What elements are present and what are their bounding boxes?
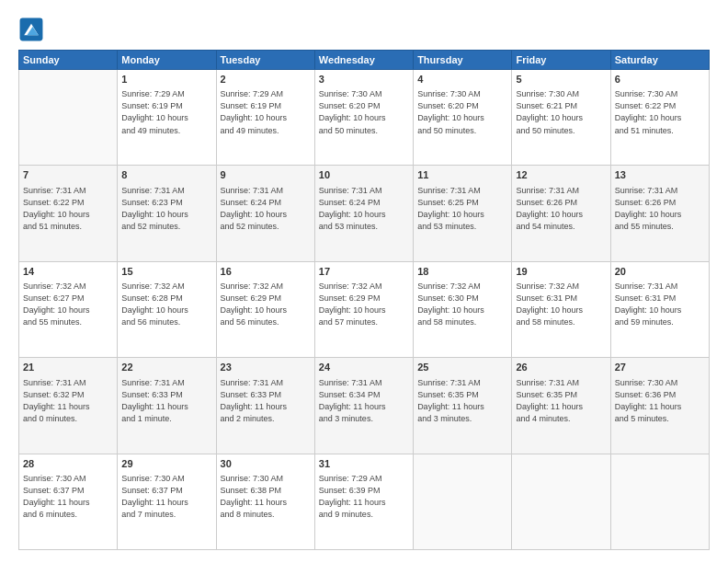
day-info: Sunrise: 7:29 AM Sunset: 6:19 PM Dayligh… xyxy=(221,88,311,136)
logo xyxy=(18,17,48,42)
day-info: Sunrise: 7:31 AM Sunset: 6:26 PM Dayligh… xyxy=(516,185,606,233)
day-number: 29 xyxy=(121,457,211,471)
day-info: Sunrise: 7:31 AM Sunset: 6:26 PM Dayligh… xyxy=(615,185,705,233)
calendar-week-row: 14Sunrise: 7:32 AM Sunset: 6:27 PM Dayli… xyxy=(19,261,710,357)
day-number: 4 xyxy=(417,73,507,86)
day-info: Sunrise: 7:31 AM Sunset: 6:32 PM Dayligh… xyxy=(23,377,113,425)
day-number: 18 xyxy=(417,265,507,279)
day-info: Sunrise: 7:31 AM Sunset: 6:23 PM Dayligh… xyxy=(121,185,211,233)
day-info: Sunrise: 7:30 AM Sunset: 6:37 PM Dayligh… xyxy=(121,473,211,521)
col-header-saturday: Saturday xyxy=(610,51,709,70)
day-number: 21 xyxy=(23,361,113,374)
day-info: Sunrise: 7:31 AM Sunset: 6:24 PM Dayligh… xyxy=(319,185,409,233)
col-header-wednesday: Wednesday xyxy=(314,51,413,70)
day-info: Sunrise: 7:31 AM Sunset: 6:25 PM Dayligh… xyxy=(417,185,507,233)
day-number: 6 xyxy=(615,73,705,86)
header xyxy=(18,17,710,42)
calendar-header-row: SundayMondayTuesdayWednesdayThursdayFrid… xyxy=(19,51,710,70)
calendar-cell: 5Sunrise: 7:30 AM Sunset: 6:21 PM Daylig… xyxy=(512,70,610,166)
day-info: Sunrise: 7:31 AM Sunset: 6:24 PM Dayligh… xyxy=(221,185,311,233)
day-info: Sunrise: 7:30 AM Sunset: 6:22 PM Dayligh… xyxy=(615,88,705,136)
day-number: 14 xyxy=(23,265,113,279)
calendar-cell: 17Sunrise: 7:32 AM Sunset: 6:29 PM Dayli… xyxy=(314,261,413,357)
col-header-monday: Monday xyxy=(118,51,216,70)
calendar-week-row: 28Sunrise: 7:30 AM Sunset: 6:37 PM Dayli… xyxy=(19,454,710,549)
calendar-cell: 2Sunrise: 7:29 AM Sunset: 6:19 PM Daylig… xyxy=(216,70,314,166)
day-number: 13 xyxy=(615,168,705,182)
day-number: 10 xyxy=(319,168,409,182)
calendar-cell: 10Sunrise: 7:31 AM Sunset: 6:24 PM Dayli… xyxy=(314,166,413,261)
day-number: 15 xyxy=(121,265,211,279)
calendar-cell: 6Sunrise: 7:30 AM Sunset: 6:22 PM Daylig… xyxy=(610,70,709,166)
calendar-week-row: 7Sunrise: 7:31 AM Sunset: 6:22 PM Daylig… xyxy=(19,166,710,261)
day-number: 16 xyxy=(221,265,311,279)
day-info: Sunrise: 7:32 AM Sunset: 6:28 PM Dayligh… xyxy=(121,281,211,328)
logo-icon xyxy=(18,17,44,42)
calendar-cell: 12Sunrise: 7:31 AM Sunset: 6:26 PM Dayli… xyxy=(512,166,610,261)
day-number: 26 xyxy=(516,361,606,374)
day-info: Sunrise: 7:30 AM Sunset: 6:37 PM Dayligh… xyxy=(23,473,113,521)
calendar-cell: 30Sunrise: 7:30 AM Sunset: 6:38 PM Dayli… xyxy=(216,454,314,549)
day-info: Sunrise: 7:32 AM Sunset: 6:29 PM Dayligh… xyxy=(221,281,311,328)
day-number: 30 xyxy=(221,457,311,471)
day-info: Sunrise: 7:29 AM Sunset: 6:19 PM Dayligh… xyxy=(121,88,211,136)
col-header-friday: Friday xyxy=(512,51,610,70)
calendar-cell: 28Sunrise: 7:30 AM Sunset: 6:37 PM Dayli… xyxy=(19,454,118,549)
calendar-cell: 18Sunrise: 7:32 AM Sunset: 6:30 PM Dayli… xyxy=(414,261,512,357)
calendar-cell: 9Sunrise: 7:31 AM Sunset: 6:24 PM Daylig… xyxy=(216,166,314,261)
day-number: 7 xyxy=(23,168,113,182)
calendar-cell: 20Sunrise: 7:31 AM Sunset: 6:31 PM Dayli… xyxy=(610,261,709,357)
calendar-cell: 19Sunrise: 7:32 AM Sunset: 6:31 PM Dayli… xyxy=(512,261,610,357)
calendar-cell: 25Sunrise: 7:31 AM Sunset: 6:35 PM Dayli… xyxy=(414,358,512,454)
day-number: 8 xyxy=(121,168,211,182)
day-info: Sunrise: 7:30 AM Sunset: 6:21 PM Dayligh… xyxy=(516,88,606,136)
calendar-cell: 4Sunrise: 7:30 AM Sunset: 6:20 PM Daylig… xyxy=(414,70,512,166)
calendar-cell: 13Sunrise: 7:31 AM Sunset: 6:26 PM Dayli… xyxy=(610,166,709,261)
day-info: Sunrise: 7:31 AM Sunset: 6:33 PM Dayligh… xyxy=(121,377,211,425)
day-info: Sunrise: 7:31 AM Sunset: 6:35 PM Dayligh… xyxy=(516,377,606,425)
calendar-cell xyxy=(610,454,709,549)
calendar-cell: 16Sunrise: 7:32 AM Sunset: 6:29 PM Dayli… xyxy=(216,261,314,357)
calendar-cell: 14Sunrise: 7:32 AM Sunset: 6:27 PM Dayli… xyxy=(19,261,118,357)
day-number: 19 xyxy=(516,265,606,279)
day-info: Sunrise: 7:32 AM Sunset: 6:30 PM Dayligh… xyxy=(417,281,507,328)
day-number: 31 xyxy=(319,457,409,471)
day-number: 23 xyxy=(221,361,311,374)
day-info: Sunrise: 7:32 AM Sunset: 6:31 PM Dayligh… xyxy=(516,281,606,328)
day-number: 27 xyxy=(615,361,705,374)
calendar-cell xyxy=(19,70,118,166)
day-number: 28 xyxy=(23,457,113,471)
calendar-cell xyxy=(512,454,610,549)
day-number: 3 xyxy=(319,73,409,86)
day-number: 22 xyxy=(121,361,211,374)
calendar-cell: 7Sunrise: 7:31 AM Sunset: 6:22 PM Daylig… xyxy=(19,166,118,261)
calendar-cell: 3Sunrise: 7:30 AM Sunset: 6:20 PM Daylig… xyxy=(314,70,413,166)
calendar-cell: 8Sunrise: 7:31 AM Sunset: 6:23 PM Daylig… xyxy=(118,166,216,261)
day-number: 5 xyxy=(516,73,606,86)
day-info: Sunrise: 7:32 AM Sunset: 6:29 PM Dayligh… xyxy=(319,281,409,328)
col-header-tuesday: Tuesday xyxy=(216,51,314,70)
day-number: 17 xyxy=(319,265,409,279)
calendar-cell: 26Sunrise: 7:31 AM Sunset: 6:35 PM Dayli… xyxy=(512,358,610,454)
day-info: Sunrise: 7:32 AM Sunset: 6:27 PM Dayligh… xyxy=(23,281,113,328)
day-number: 24 xyxy=(319,361,409,374)
day-number: 12 xyxy=(516,168,606,182)
page: SundayMondayTuesdayWednesdayThursdayFrid… xyxy=(0,0,728,563)
calendar-cell: 22Sunrise: 7:31 AM Sunset: 6:33 PM Dayli… xyxy=(118,358,216,454)
day-info: Sunrise: 7:29 AM Sunset: 6:39 PM Dayligh… xyxy=(319,473,409,521)
calendar-cell: 27Sunrise: 7:30 AM Sunset: 6:36 PM Dayli… xyxy=(610,358,709,454)
day-info: Sunrise: 7:31 AM Sunset: 6:34 PM Dayligh… xyxy=(319,377,409,425)
day-number: 1 xyxy=(121,73,211,86)
calendar-cell: 11Sunrise: 7:31 AM Sunset: 6:25 PM Dayli… xyxy=(414,166,512,261)
calendar-week-row: 21Sunrise: 7:31 AM Sunset: 6:32 PM Dayli… xyxy=(19,358,710,454)
calendar-cell: 21Sunrise: 7:31 AM Sunset: 6:32 PM Dayli… xyxy=(19,358,118,454)
day-number: 9 xyxy=(221,168,311,182)
col-header-sunday: Sunday xyxy=(19,51,118,70)
day-number: 2 xyxy=(221,73,311,86)
calendar-cell: 29Sunrise: 7:30 AM Sunset: 6:37 PM Dayli… xyxy=(118,454,216,549)
day-info: Sunrise: 7:31 AM Sunset: 6:35 PM Dayligh… xyxy=(417,377,507,425)
calendar-cell: 15Sunrise: 7:32 AM Sunset: 6:28 PM Dayli… xyxy=(118,261,216,357)
day-info: Sunrise: 7:30 AM Sunset: 6:38 PM Dayligh… xyxy=(221,473,311,521)
calendar-table: SundayMondayTuesdayWednesdayThursdayFrid… xyxy=(18,50,710,550)
day-info: Sunrise: 7:30 AM Sunset: 6:20 PM Dayligh… xyxy=(319,88,409,136)
